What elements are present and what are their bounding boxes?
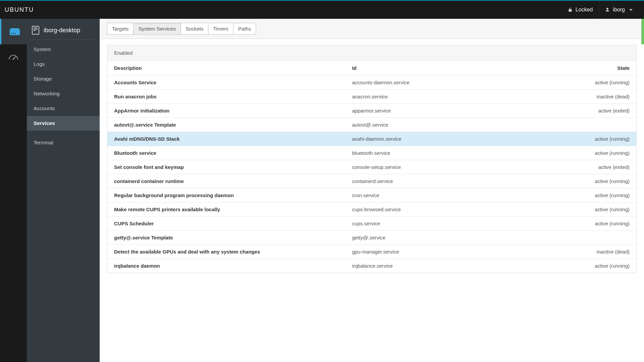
svg-line-1 — [13, 56, 16, 59]
service-description: Set console font and keymap — [107, 160, 345, 174]
service-state: active (running) — [515, 217, 637, 231]
table-row[interactable]: Bluetooth servicebluetooth.serviceactive… — [107, 146, 636, 160]
table-row[interactable]: AppArmor initializationapparmor.servicea… — [107, 104, 636, 118]
service-description: Avahi mDNS/DNS-SD Stack — [107, 132, 345, 146]
user-name: iborg — [613, 7, 625, 13]
service-id: irqbalance.service — [345, 259, 514, 273]
panel-title: Enabled — [107, 45, 636, 60]
service-id: cron.service — [345, 188, 514, 202]
service-id: autovt@.service — [345, 118, 514, 132]
table-row[interactable]: autovt@.service Templateautovt@.service — [107, 118, 636, 132]
service-state: inactive (dead) — [515, 90, 637, 104]
service-id: console-setup.service — [345, 160, 514, 174]
rail-item-server[interactable] — [0, 19, 27, 44]
table-row[interactable]: Make remote CUPS printers available loca… — [107, 202, 636, 217]
service-state: active (exited) — [515, 104, 637, 118]
table-row[interactable]: Run anacron jobsanacron.serviceinactive … — [107, 90, 636, 104]
tab-services[interactable]: System Services — [134, 23, 181, 35]
table-row[interactable]: Set console font and keymapconsole-setup… — [107, 160, 636, 174]
service-state: active (running) — [515, 76, 637, 90]
service-description: Bluetooth service — [107, 146, 345, 160]
service-id: gpu-manager.service — [345, 245, 514, 259]
col-header-state[interactable]: State — [515, 61, 637, 76]
service-state: active (exited) — [515, 160, 637, 174]
scrollbar[interactable] — [641, 19, 644, 44]
tab-paths[interactable]: Paths — [234, 23, 256, 35]
service-state: active (running) — [515, 132, 637, 146]
service-description: Regular background program processing da… — [107, 188, 345, 202]
service-state: active (running) — [515, 202, 637, 217]
sidebar-item-system[interactable]: System — [27, 42, 100, 57]
server-icon — [9, 28, 19, 36]
service-description: AppArmor initialization — [107, 104, 345, 118]
table-row[interactable]: irqbalance daemonirqbalance.serviceactiv… — [107, 259, 636, 273]
service-id: cups-browsed.service — [345, 202, 514, 217]
service-state — [515, 118, 637, 132]
tab-targets[interactable]: Targets — [107, 23, 134, 35]
sidebar-item-services[interactable]: Services — [27, 116, 100, 131]
table-row[interactable]: CUPS Schedulercups.serviceactive (runnin… — [107, 217, 636, 231]
services-panel: Enabled Description Id State Accounts Se… — [107, 45, 637, 273]
tabs-bar: TargetsSystem ServicesSocketsTimersPaths — [100, 19, 644, 39]
top-navbar: UBUNTU Locked iborg — [0, 0, 644, 19]
service-state: inactive (dead) — [515, 245, 637, 259]
service-state: active (running) — [515, 146, 637, 160]
host-icon — [32, 26, 40, 35]
service-description: containerd container runtime — [107, 174, 345, 188]
service-state: active (running) — [515, 259, 637, 273]
navigation-rail — [0, 19, 27, 362]
content-area: TargetsSystem ServicesSocketsTimersPaths… — [100, 19, 644, 362]
tab-timers[interactable]: Timers — [208, 23, 233, 35]
service-description: Run anacron jobs — [107, 90, 345, 104]
privilege-lock[interactable]: Locked — [562, 0, 599, 19]
table-row[interactable]: Avahi mDNS/DNS-SD Stackavahi-daemon.serv… — [107, 132, 636, 146]
service-description: autovt@.service Template — [107, 118, 345, 132]
service-id: getty@.service — [345, 231, 514, 245]
chevron-down-icon — [629, 9, 633, 11]
services-table: Description Id State Accounts Serviceacc… — [107, 60, 636, 273]
brand-label: UBUNTU — [5, 6, 34, 13]
rail-item-dashboard[interactable] — [0, 44, 27, 70]
user-icon — [605, 7, 610, 12]
sidebar-item-storage[interactable]: Storage — [27, 72, 100, 86]
sidebar-item-terminal[interactable]: Terminal — [27, 135, 100, 150]
service-description: Detect the available GPUs and deal with … — [107, 245, 345, 259]
service-description: CUPS Scheduler — [107, 217, 345, 231]
user-menu[interactable]: iborg — [599, 0, 639, 19]
table-row[interactable]: Detect the available GPUs and deal with … — [107, 245, 636, 259]
service-id: avahi-daemon.service — [345, 132, 514, 146]
sidebar-item-networking[interactable]: Networking — [27, 86, 100, 101]
service-id: cups.service — [345, 217, 514, 231]
sidebar: iborg-desktop SystemLogsStorageNetworkin… — [27, 19, 100, 362]
service-id: containerd.service — [345, 174, 514, 188]
service-id: anacron.service — [345, 90, 514, 104]
col-header-id[interactable]: Id — [345, 61, 514, 76]
table-row[interactable]: containerd container runtimecontainerd.s… — [107, 174, 636, 188]
service-description: Accounts Service — [107, 76, 345, 90]
service-state: active (running) — [515, 188, 637, 202]
sidebar-item-logs[interactable]: Logs — [27, 57, 100, 72]
service-id: accounts-daemon.service — [345, 76, 514, 90]
divider — [32, 40, 95, 40]
service-description: getty@.service Template — [107, 231, 345, 245]
col-header-description[interactable]: Description — [107, 61, 345, 76]
host-header[interactable]: iborg-desktop — [27, 19, 100, 40]
tab-sockets[interactable]: Sockets — [181, 23, 208, 35]
service-description: irqbalance daemon — [107, 259, 345, 273]
host-name: iborg-desktop — [44, 27, 80, 34]
sidebar-item-accounts[interactable]: Accounts — [27, 101, 100, 116]
service-id: apparmor.service — [345, 104, 514, 118]
dashboard-icon — [8, 53, 19, 61]
service-state: active (running) — [515, 174, 637, 188]
service-id: bluetooth.service — [345, 146, 514, 160]
service-state — [515, 231, 637, 245]
service-description: Make remote CUPS printers available loca… — [107, 202, 345, 217]
table-row[interactable]: Regular background program processing da… — [107, 188, 636, 202]
lock-icon — [568, 7, 573, 12]
table-row[interactable]: getty@.service Templategetty@.service — [107, 231, 636, 245]
locked-label: Locked — [576, 7, 593, 13]
table-row[interactable]: Accounts Serviceaccounts-daemon.servicea… — [107, 76, 636, 90]
